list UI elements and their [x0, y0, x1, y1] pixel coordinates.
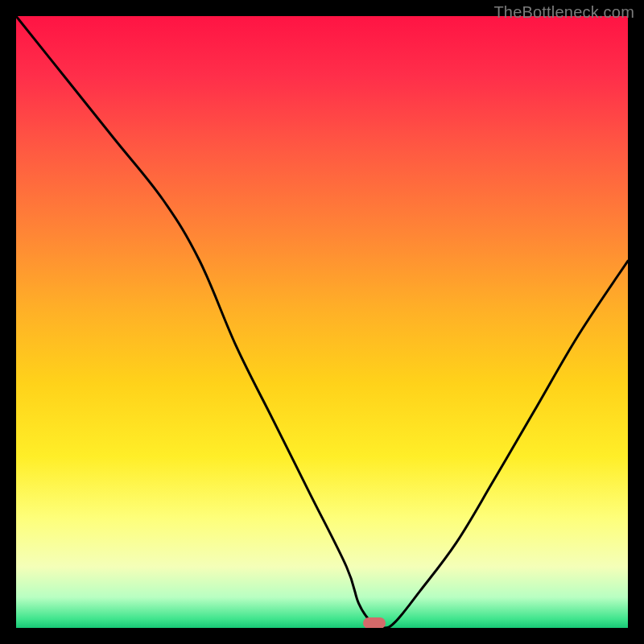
optimal-marker — [363, 617, 386, 628]
chart-frame: TheBottleneck.com — [0, 0, 644, 644]
plot-area — [16, 16, 628, 628]
svg-rect-0 — [16, 16, 628, 628]
attribution-label: TheBottleneck.com — [493, 3, 634, 22]
background-gradient — [16, 16, 628, 628]
